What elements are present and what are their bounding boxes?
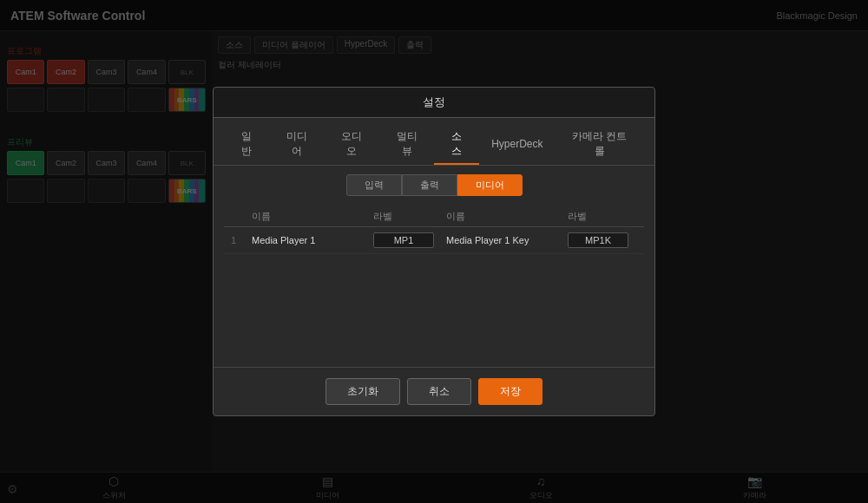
save-button[interactable]: 저장: [478, 378, 542, 405]
modal-tab-hyperdeck[interactable]: HyperDeck: [479, 125, 555, 165]
modal-tab-general[interactable]: 일반: [224, 125, 269, 165]
settings-modal: 설정 일반 미디어 오디오 멀티뷰 소스 HyperDeck 카메라 컨트롤 입…: [213, 87, 655, 416]
row-label2-input[interactable]: [568, 232, 628, 248]
modal-subtabs: 입력 출력 미디어: [214, 166, 654, 196]
col-label1: 라벨: [373, 210, 443, 223]
row-num: 1: [231, 235, 248, 245]
reset-button[interactable]: 초기화: [326, 378, 400, 405]
modal-footer: 초기화 취소 저장: [214, 367, 654, 415]
col-num: [231, 210, 248, 223]
subtab-input[interactable]: 입력: [346, 174, 402, 196]
modal-tab-multiview[interactable]: 멀티뷰: [379, 125, 435, 165]
row-label1-input[interactable]: [373, 232, 434, 248]
modal-header: 설정: [214, 88, 654, 118]
col-name1: 이름: [252, 210, 370, 223]
modal-tabs: 일반 미디어 오디오 멀티뷰 소스 HyperDeck 카메라 컨트롤: [214, 118, 654, 166]
modal-tab-media[interactable]: 미디어: [269, 125, 325, 165]
col-name2: 이름: [446, 210, 564, 223]
row-name2: Media Player 1 Key: [446, 235, 564, 245]
col-label2: 라벨: [568, 210, 637, 223]
modal-title: 설정: [423, 95, 445, 108]
modal-overlay: 설정 일반 미디어 오디오 멀티뷰 소스 HyperDeck 카메라 컨트롤 입…: [0, 0, 868, 503]
modal-tab-audio[interactable]: 오디오: [324, 125, 379, 165]
table-row: 1 Media Player 1 Media Player 1 Key: [224, 227, 644, 254]
cancel-button[interactable]: 취소: [407, 378, 471, 405]
row-name1: Media Player 1: [252, 235, 370, 245]
modal-tab-camera[interactable]: 카메라 컨트롤: [556, 125, 644, 165]
subtab-media[interactable]: 미디어: [457, 174, 523, 196]
modal-tab-source[interactable]: 소스: [434, 125, 479, 165]
modal-body: 이름 라벨 이름 라벨 1 Media Player 1 Media Playe…: [214, 196, 654, 367]
table-header: 이름 라벨 이름 라벨: [224, 206, 644, 227]
subtab-output[interactable]: 출력: [402, 174, 457, 196]
